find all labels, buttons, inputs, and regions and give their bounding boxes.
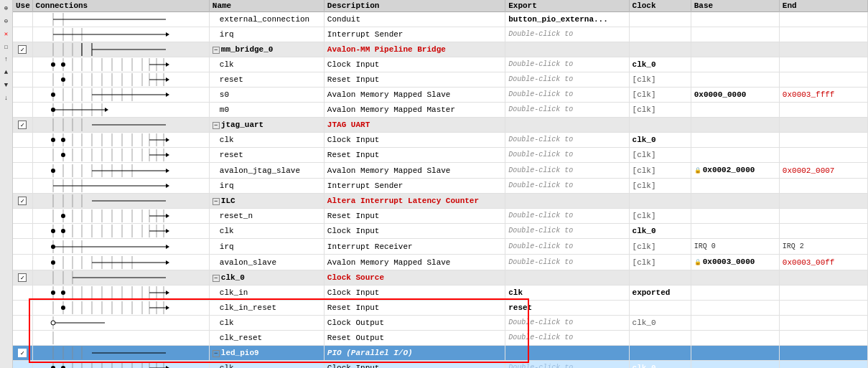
clock-cell: clk_0 — [629, 361, 691, 369]
use-cell — [13, 316, 32, 331]
toolbar-down-btn[interactable]: ▼ — [1, 80, 11, 90]
toolbar-remove-btn[interactable]: ⊖ — [1, 16, 11, 26]
svg-marker-61 — [166, 93, 169, 97]
clock-cell — [629, 346, 691, 361]
table-row[interactable]: −mm_bridge_0Avalon-MM Pipeline Bridge — [13, 42, 868, 57]
export-cell[interactable]: Double-click to — [505, 209, 629, 224]
use-checkbox[interactable] — [18, 45, 27, 54]
export-cell[interactable]: Double-click to — [505, 239, 629, 255]
export-cell[interactable]: Double-click to — [505, 72, 629, 88]
table-row[interactable]: avalon_jtag_slaveAvalon Memory Mapped Sl… — [13, 163, 868, 179]
table-wrapper[interactable]: Use Connections Name Description Export … — [13, 0, 868, 368]
expand-icon[interactable]: − — [213, 275, 220, 282]
toolbar-down-bottom-btn[interactable]: ↓ — [1, 93, 11, 103]
clock-cell: [clk] — [629, 179, 691, 194]
connections-cell — [32, 316, 209, 331]
expand-icon[interactable]: − — [213, 198, 220, 205]
end-cell: IRQ 2 — [779, 239, 867, 255]
table-row[interactable]: clkClock OutputDouble-click toclk_0 — [13, 316, 868, 331]
table-row[interactable]: clk_in_resetReset Inputreset — [13, 301, 868, 316]
table-row[interactable]: clkClock InputDouble-click toclk_0 — [13, 224, 868, 239]
table-row[interactable]: clkClock InputDouble-click toclk_0 — [13, 133, 868, 148]
table-row[interactable]: −clk_0Clock Source — [13, 270, 868, 286]
export-cell[interactable] — [505, 118, 629, 133]
export-cell[interactable] — [505, 270, 629, 286]
export-cell[interactable]: Double-click to — [505, 255, 629, 270]
export-cell[interactable]: Double-click to — [505, 163, 629, 179]
table-row[interactable]: clkClock InputDouble-click toclk_0 — [13, 57, 868, 72]
toolbar-up-top-btn[interactable]: ↑ — [1, 55, 11, 65]
export-cell[interactable]: clk — [505, 286, 629, 301]
export-cell[interactable] — [505, 42, 629, 57]
table-row[interactable]: irqInterrupt SenderDouble-click to[clk] — [13, 179, 868, 194]
table-row[interactable]: resetReset InputDouble-click to[clk] — [13, 72, 868, 88]
svg-point-172 — [51, 245, 55, 249]
svg-marker-222 — [166, 306, 169, 310]
table-row[interactable]: irqInterrupt SenderDouble-click to — [13, 27, 868, 42]
table-row[interactable]: resetReset InputDouble-click to[clk] — [13, 148, 868, 163]
table-row[interactable]: −led_pio9PIO (Parallel I/O) — [13, 346, 868, 361]
expand-icon[interactable]: − — [213, 350, 220, 357]
export-cell[interactable]: Double-click to — [505, 57, 629, 72]
connections-cell — [32, 286, 209, 301]
port-name: external_connection — [220, 15, 309, 24]
clock-cell: clk_0 — [629, 133, 691, 148]
table-row[interactable]: −ILCAltera Interrupt Latency Counter — [13, 194, 868, 209]
toolbar-close-btn[interactable]: ✕ — [1, 29, 11, 39]
svg-point-146 — [61, 214, 65, 218]
export-cell[interactable]: button_pio_externa... — [505, 12, 629, 27]
export-cell[interactable]: Double-click to — [505, 27, 629, 42]
use-checkbox[interactable] — [18, 197, 27, 205]
table-header-row: Use Connections Name Description Export … — [13, 0, 868, 12]
port-name: avalon_slave — [220, 258, 276, 267]
clock-cell — [629, 301, 691, 316]
table-row[interactable]: avalon_slaveAvalon Memory Mapped SlaveDo… — [13, 255, 868, 270]
export-cell[interactable]: Double-click to — [505, 133, 629, 148]
export-cell[interactable]: Double-click to — [505, 88, 629, 103]
export-cell[interactable]: Double-click to — [505, 148, 629, 163]
description-cell: Reset Input — [324, 72, 505, 88]
export-cell[interactable]: Double-click to — [505, 316, 629, 331]
export-cell[interactable]: Double-click to — [505, 179, 629, 194]
end-cell — [779, 194, 867, 209]
port-name: clk — [220, 136, 234, 144]
table-row[interactable]: clk_inClock Inputclkexported — [13, 286, 868, 301]
svg-marker-32 — [166, 62, 169, 67]
description-cell: Avalon Memory Mapped Master — [324, 103, 505, 118]
expand-icon[interactable]: − — [213, 122, 220, 129]
export-cell[interactable]: Double-click to — [505, 361, 629, 369]
end-cell — [779, 270, 867, 286]
table-row[interactable]: −jtag_uartJTAG UART — [13, 118, 868, 133]
toolbar-up-btn[interactable]: ▲ — [1, 67, 11, 77]
table-row[interactable]: clkClock InputDouble-click toclk_0 — [13, 361, 868, 369]
base-cell — [691, 103, 779, 118]
export-cell[interactable] — [505, 194, 629, 209]
table-row[interactable]: clk_resetReset OutputDouble-click to — [13, 331, 868, 346]
export-cell[interactable]: reset — [505, 301, 629, 316]
export-cell[interactable]: Double-click to — [505, 331, 629, 346]
clock-cell — [629, 331, 691, 346]
use-cell — [13, 133, 32, 148]
use-checkbox[interactable] — [18, 273, 27, 282]
use-checkbox[interactable] — [18, 349, 27, 357]
connections-cell — [32, 148, 209, 163]
table-row[interactable]: external_connectionConduitbutton_pio_ext… — [13, 12, 868, 27]
use-cell — [13, 194, 32, 209]
expand-icon[interactable]: − — [213, 47, 220, 54]
table-row[interactable]: s0Avalon Memory Mapped SlaveDouble-click… — [13, 88, 868, 103]
export-cell[interactable]: Double-click to — [505, 103, 629, 118]
connections-cell — [32, 179, 209, 194]
toolbar-checkbox-btn[interactable]: ☐ — [1, 42, 11, 52]
table-row[interactable]: reset_nReset InputDouble-click to[clk] — [13, 209, 868, 224]
component-name: clk_0 — [221, 273, 245, 282]
use-checkbox[interactable] — [18, 121, 27, 129]
col-clock: Clock — [629, 0, 691, 12]
export-cell[interactable] — [505, 346, 629, 361]
table-row[interactable]: irqInterrupt ReceiverDouble-click to[clk… — [13, 239, 868, 255]
table-row[interactable]: m0Avalon Memory Mapped MasterDouble-clic… — [13, 103, 868, 118]
svg-point-225 — [51, 321, 55, 325]
export-cell[interactable]: Double-click to — [505, 224, 629, 239]
connections-cell — [32, 57, 209, 72]
toolbar-add-btn[interactable]: ⊕ — [1, 3, 11, 13]
clock-cell: clk_0 — [629, 316, 691, 331]
